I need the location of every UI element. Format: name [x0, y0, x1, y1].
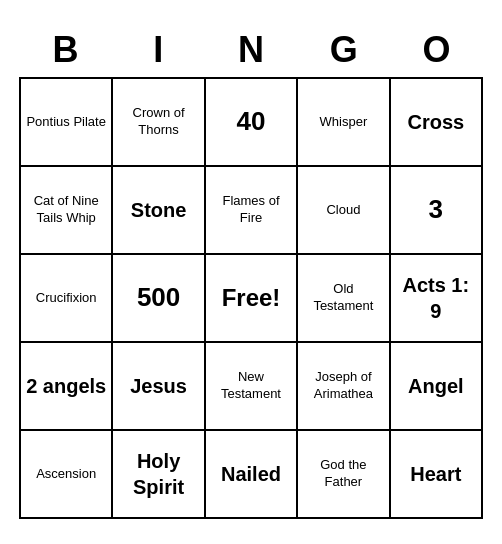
bingo-cell: Acts 1: 9 [391, 255, 483, 343]
bingo-cell: Whisper [298, 79, 390, 167]
bingo-cell: 3 [391, 167, 483, 255]
bingo-cell: Crucifixion [21, 255, 113, 343]
bingo-cell: Angel [391, 343, 483, 431]
bingo-cell: Joseph of Arimathea [298, 343, 390, 431]
header-letter: G [297, 25, 390, 75]
header-letter: I [112, 25, 205, 75]
bingo-cell: 40 [206, 79, 298, 167]
bingo-cell: New Testament [206, 343, 298, 431]
header-letter: N [205, 25, 298, 75]
bingo-cell: Pontius Pilate [21, 79, 113, 167]
bingo-header: BINGO [19, 25, 483, 75]
bingo-cell: Holy Spirit [113, 431, 205, 519]
bingo-cell: Jesus [113, 343, 205, 431]
bingo-card: BINGO Pontius PilateCrown of Thorns40Whi… [11, 17, 491, 527]
bingo-cell: Ascension [21, 431, 113, 519]
bingo-cell: Cat of Nine Tails Whip [21, 167, 113, 255]
header-letter: O [390, 25, 483, 75]
header-letter: B [19, 25, 112, 75]
bingo-cell: Flames of Fire [206, 167, 298, 255]
bingo-cell: Nailed [206, 431, 298, 519]
bingo-cell: 500 [113, 255, 205, 343]
bingo-cell: Stone [113, 167, 205, 255]
bingo-grid: Pontius PilateCrown of Thorns40WhisperCr… [19, 77, 483, 519]
bingo-cell: Cloud [298, 167, 390, 255]
bingo-cell: God the Father [298, 431, 390, 519]
bingo-cell: Heart [391, 431, 483, 519]
bingo-cell: Old Testament [298, 255, 390, 343]
bingo-cell: Crown of Thorns [113, 79, 205, 167]
bingo-cell: Free! [206, 255, 298, 343]
bingo-cell: 2 angels [21, 343, 113, 431]
bingo-cell: Cross [391, 79, 483, 167]
